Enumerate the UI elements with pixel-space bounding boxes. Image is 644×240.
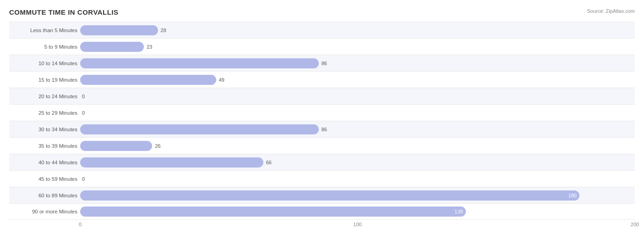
x-axis-tick: 0: [79, 222, 82, 227]
chart-row: 60 to 89 Minutes180: [9, 187, 635, 203]
bar-value-label: 0: [82, 110, 85, 116]
bar-area: 0: [80, 88, 635, 104]
chart-row: 45 to 59 Minutes0: [9, 170, 635, 187]
chart-row: 30 to 34 Minutes86: [9, 121, 635, 137]
chart-body: Less than 5 Minutes285 to 9 Minutes2310 …: [9, 22, 635, 220]
x-axis-tick: 100: [353, 222, 361, 227]
chart-container: COMMUTE TIME IN CORVALLIS Source: ZipAtl…: [0, 0, 644, 240]
bar-area: 86: [80, 121, 635, 137]
chart-row: 25 to 29 Minutes0: [9, 104, 635, 121]
row-label: 60 to 89 Minutes: [9, 193, 80, 198]
bar-area: 0: [80, 171, 635, 187]
bar-value-label: 26: [155, 143, 160, 149]
bar-area: 26: [80, 138, 635, 154]
row-label: 35 to 39 Minutes: [9, 143, 80, 149]
bar: 180: [80, 190, 579, 201]
bar: [80, 75, 216, 85]
bar: 139: [80, 207, 466, 217]
x-axis-tick: 200: [631, 222, 639, 227]
chart-title: COMMUTE TIME IN CORVALLIS: [9, 8, 119, 16]
bar-value-label: 86: [322, 61, 327, 66]
row-label: 20 to 24 Minutes: [9, 94, 80, 99]
chart-row: 90 or more Minutes139: [9, 203, 635, 220]
bar-value-label: 180: [568, 193, 577, 198]
row-label: 10 to 14 Minutes: [9, 61, 80, 66]
row-label: 40 to 44 Minutes: [9, 160, 80, 165]
bar: [80, 124, 319, 134]
row-label: Less than 5 Minutes: [9, 28, 80, 33]
chart-row: 5 to 9 Minutes23: [9, 38, 635, 55]
row-label: 15 to 19 Minutes: [9, 77, 80, 83]
row-label: 25 to 29 Minutes: [9, 110, 80, 116]
bar-area: 139: [80, 204, 635, 219]
x-axis: 0100200: [80, 222, 635, 230]
bar-value-label: 28: [161, 28, 166, 33]
row-label: 90 or more Minutes: [9, 209, 80, 214]
bar-area: 23: [80, 39, 635, 55]
bar-value-label: 86: [322, 127, 327, 132]
bar-area: 0: [80, 105, 635, 121]
chart-row: 15 to 19 Minutes49: [9, 71, 635, 88]
chart-header: COMMUTE TIME IN CORVALLIS Source: ZipAtl…: [9, 8, 635, 16]
bar-area: 28: [80, 22, 635, 38]
chart-row: 35 to 39 Minutes26: [9, 137, 635, 154]
bar-value-label: 49: [219, 77, 224, 83]
bar-value-label: 66: [266, 160, 272, 165]
bar-value-label: 139: [454, 209, 463, 214]
bar: [80, 58, 319, 68]
bar: [80, 25, 158, 35]
bar-area: 86: [80, 55, 635, 71]
bar-value-label: 23: [147, 44, 152, 50]
chart-row: 10 to 14 Minutes86: [9, 55, 635, 71]
chart-row: 40 to 44 Minutes66: [9, 154, 635, 170]
chart-row: Less than 5 Minutes28: [9, 22, 635, 38]
bar-value-label: 0: [82, 176, 85, 182]
bar: [80, 141, 152, 151]
row-label: 5 to 9 Minutes: [9, 44, 80, 50]
row-label: 30 to 34 Minutes: [9, 127, 80, 132]
bar-area: 66: [80, 154, 635, 170]
chart-row: 20 to 24 Minutes0: [9, 88, 635, 104]
bar-area: 49: [80, 72, 635, 88]
bar: [80, 42, 144, 52]
bar-value-label: 0: [82, 94, 85, 99]
row-label: 45 to 59 Minutes: [9, 176, 80, 182]
bar-area: 180: [80, 187, 635, 203]
chart-source: Source: ZipAtlas.com: [587, 8, 635, 14]
bar: [80, 157, 263, 167]
